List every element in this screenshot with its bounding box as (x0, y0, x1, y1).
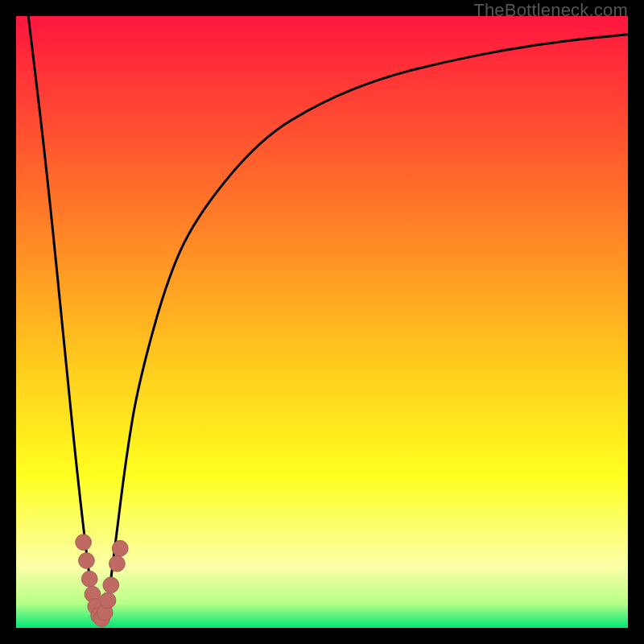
data-marker (76, 535, 92, 551)
data-marker (103, 577, 119, 593)
outer-frame: TheBottleneck.com (0, 0, 644, 644)
bottleneck-chart (16, 16, 628, 628)
gradient-background (16, 16, 628, 628)
data-marker (112, 540, 128, 556)
data-marker (79, 553, 95, 569)
data-marker (100, 592, 116, 609)
plot-area (16, 16, 628, 628)
data-marker (81, 571, 97, 587)
data-marker (109, 555, 126, 572)
